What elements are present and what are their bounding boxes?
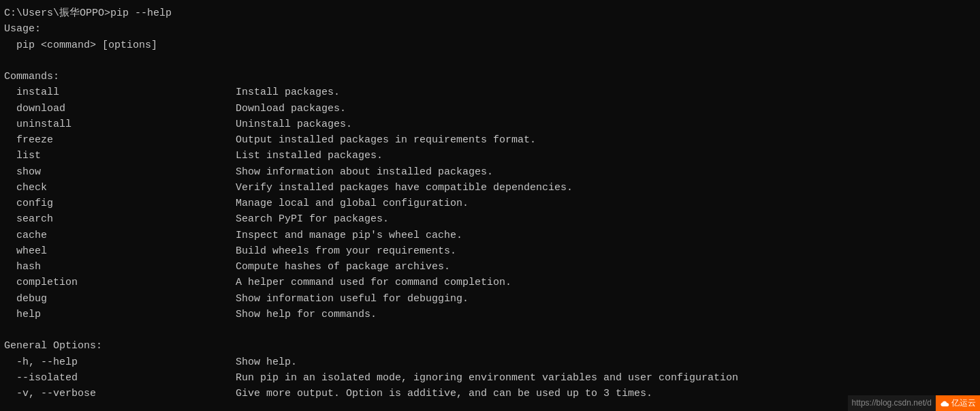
command-desc: Show information about installed package… xyxy=(236,164,493,180)
command-desc: Search PyPI for packages. xyxy=(236,211,389,227)
command-desc: Inspect and manage pip's wheel cache. xyxy=(236,228,462,243)
yiyun-text: 亿运云 xyxy=(951,397,976,410)
command-row: listList installed packages. xyxy=(4,148,976,164)
command-desc: A helper command used for command comple… xyxy=(236,275,511,290)
command-name: debug xyxy=(4,291,236,307)
command-desc: Build wheels from your requirements. xyxy=(236,243,456,259)
cloud-icon xyxy=(940,400,949,407)
command-desc: Install packages. xyxy=(236,85,340,100)
command-name: completion xyxy=(4,275,236,290)
command-row: downloadDownload packages. xyxy=(4,101,976,117)
option-desc: Give more output. Option is additive, an… xyxy=(236,386,652,401)
watermark: https://blog.csdn.net/d 亿运云 xyxy=(848,395,980,411)
command-row: checkVerify installed packages have comp… xyxy=(4,180,976,196)
command-desc: Uninstall packages. xyxy=(236,117,352,132)
commands-list: installInstall packages. downloadDownloa… xyxy=(4,85,976,322)
command-desc: Download packages. xyxy=(236,101,346,117)
csdn-watermark: https://blog.csdn.net/d xyxy=(848,395,936,411)
command-name: freeze xyxy=(4,132,236,148)
command-name: list xyxy=(4,148,236,164)
command-name: cache xyxy=(4,228,236,243)
commands-label-line: Commands: xyxy=(4,69,976,85)
command-name: uninstall xyxy=(4,117,236,132)
command-desc: List installed packages. xyxy=(236,148,383,164)
command-name: download xyxy=(4,101,236,117)
command-desc: Show information useful for debugging. xyxy=(236,291,469,307)
command-row: configManage local and global configurat… xyxy=(4,196,976,211)
usage-label-line: Usage: xyxy=(4,21,976,37)
prompt-text: C:\Users\振华OPPO>pip --help xyxy=(4,5,172,21)
command-row: wheelBuild wheels from your requirements… xyxy=(4,243,976,259)
command-row: uninstallUninstall packages. xyxy=(4,117,976,132)
commands-label: Commands: xyxy=(4,69,59,85)
command-desc: Verify installed packages have compatibl… xyxy=(236,180,573,196)
command-name: install xyxy=(4,85,236,100)
command-row: completionA helper command used for comm… xyxy=(4,275,976,290)
command-row: hashCompute hashes of package archives. xyxy=(4,259,976,275)
command-row: helpShow help for commands. xyxy=(4,307,976,322)
option-name: -v, --verbose xyxy=(4,386,236,401)
command-desc: Manage local and global configuration. xyxy=(236,196,469,211)
command-desc: Compute hashes of package archives. xyxy=(236,259,450,275)
empty-line-2 xyxy=(4,322,976,338)
option-desc: Run pip in an isolated mode, ignoring en… xyxy=(236,370,738,386)
option-desc: Show help. xyxy=(236,354,297,370)
terminal-window: C:\Users\振华OPPO>pip --help Usage: pip <c… xyxy=(0,0,980,411)
command-name: show xyxy=(4,164,236,180)
command-desc: Output installed packages in requirement… xyxy=(236,132,536,148)
prompt-line: C:\Users\振华OPPO>pip --help xyxy=(4,5,976,21)
option-row: -h, --helpShow help. xyxy=(4,354,976,370)
option-name: -h, --help xyxy=(4,354,236,370)
general-options-label-line: General Options: xyxy=(4,338,976,354)
command-row: cacheInspect and manage pip's wheel cach… xyxy=(4,228,976,243)
command-row: freezeOutput installed packages in requi… xyxy=(4,132,976,148)
usage-cmd-line: pip <command> [options] xyxy=(4,37,976,53)
yiyun-watermark: 亿运云 xyxy=(936,395,980,411)
command-name: search xyxy=(4,211,236,227)
empty-line-1 xyxy=(4,53,976,69)
command-name: check xyxy=(4,180,236,196)
command-name: config xyxy=(4,196,236,211)
option-row: --isolatedRun pip in an isolated mode, i… xyxy=(4,370,976,386)
general-options-list: -h, --helpShow help. --isolatedRun pip i… xyxy=(4,354,976,402)
command-row: installInstall packages. xyxy=(4,85,976,100)
command-row: showShow information about installed pac… xyxy=(4,164,976,180)
command-row: debugShow information useful for debuggi… xyxy=(4,291,976,307)
command-name: hash xyxy=(4,259,236,275)
usage-cmd: pip <command> [options] xyxy=(4,37,157,53)
option-name: --isolated xyxy=(4,370,236,386)
usage-label: Usage: xyxy=(4,21,41,37)
general-options-label: General Options: xyxy=(4,338,102,354)
command-row: searchSearch PyPI for packages. xyxy=(4,211,976,227)
option-row: -v, --verboseGive more output. Option is… xyxy=(4,386,976,401)
command-name: help xyxy=(4,307,236,322)
command-desc: Show help for commands. xyxy=(236,307,377,322)
command-name: wheel xyxy=(4,243,236,259)
